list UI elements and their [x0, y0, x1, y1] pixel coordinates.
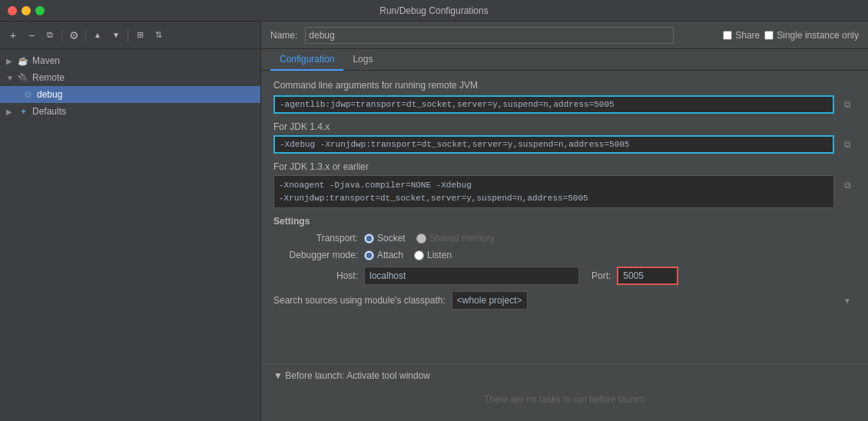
window-title: Run/Debug Configurations [379, 5, 488, 16]
remote-label: Remote [32, 72, 65, 83]
group-button[interactable]: ⊞ [131, 27, 148, 44]
transport-socket-text: Socket [377, 233, 406, 244]
minimize-button[interactable] [22, 6, 31, 15]
remove-config-button[interactable]: − [23, 27, 40, 44]
jdk13-line1: -Xnoagent -Djava.compiler=NONE -Xdebug [279, 179, 829, 192]
copy-icon-3: ⧉ [844, 180, 851, 191]
cmd-args-input[interactable] [273, 95, 834, 114]
up-arrow-icon: ▲ [94, 31, 101, 39]
folder-icon: ⊞ [137, 30, 144, 40]
sort-icon: ⇅ [155, 30, 162, 40]
sidebar-toolbar: + − ⧉ ⚙ ▲ ▼ ⊞ ⇅ [0, 22, 260, 49]
transport-label: Transport: [273, 233, 358, 244]
cmd-args-section-title: Command line arguments for running remot… [273, 80, 856, 91]
debugger-listen-label[interactable]: Listen [414, 250, 452, 260]
add-icon: + [10, 29, 16, 41]
host-input[interactable] [364, 267, 579, 285]
name-input[interactable] [305, 27, 674, 44]
debugger-attach-text: Attach [377, 250, 403, 260]
name-field-label: Name: [270, 30, 297, 41]
share-area: Share Single instance only [723, 30, 859, 41]
separator-2 [85, 29, 86, 41]
copy-config-button[interactable]: ⧉ [41, 27, 58, 44]
select-arrow-icon: ▼ [843, 297, 851, 305]
host-label: Host: [273, 270, 358, 281]
defaults-icon: ✦ [17, 105, 29, 118]
config-tree: ▶ ☕ Maven ▼ 🔌 Remote ⚙ debug ▶ ✦ Default… [0, 49, 260, 421]
window-controls[interactable] [8, 6, 45, 15]
tabs-bar: Configuration Logs [261, 49, 868, 71]
debugger-mode-radio-group: Attach Listen [364, 250, 452, 260]
tree-item-defaults[interactable]: ▶ ✦ Defaults [0, 103, 260, 120]
copy-icon-2: ⧉ [844, 139, 851, 150]
single-instance-checkbox-label[interactable]: Single instance only [764, 30, 859, 41]
before-launch-body: There are no tasks to run before launch [273, 384, 856, 415]
gear-icon: ⚙ [69, 29, 79, 41]
gear-button[interactable]: ⚙ [65, 27, 82, 44]
jdk14-row: ⧉ [273, 135, 856, 154]
transport-radio-group: Socket Shared memory [364, 233, 495, 244]
tab-logs-label: Logs [353, 54, 373, 65]
transport-shared-label[interactable]: Shared memory [416, 233, 495, 244]
close-button[interactable] [8, 6, 17, 15]
jdk13-line2: -Xrunjdwp:transport=dt_socket,server=y,s… [279, 192, 829, 205]
sort-button[interactable]: ⇅ [150, 27, 167, 44]
tree-item-maven[interactable]: ▶ ☕ Maven [0, 52, 260, 69]
jdk13-label: For JDK 1.3.x or earlier [273, 161, 856, 172]
transport-shared-radio[interactable] [416, 234, 426, 244]
classpath-select-wrapper: <whole project> ▼ [452, 291, 856, 310]
share-label: Share [735, 30, 760, 41]
maximize-button[interactable] [35, 6, 45, 15]
move-down-button[interactable]: ▼ [108, 27, 124, 44]
config-content: Command line arguments for running remot… [261, 71, 868, 363]
expand-arrow-maven: ▶ [6, 57, 17, 65]
jdk13-input[interactable]: -Xnoagent -Djava.compiler=NONE -Xdebug -… [273, 175, 834, 208]
jdk14-input[interactable] [273, 135, 834, 154]
debugger-listen-text: Listen [427, 250, 452, 260]
settings-title: Settings [273, 216, 856, 227]
copy-cmd-args-button[interactable]: ⧉ [839, 96, 856, 113]
content-area: Name: Share Single instance only Configu… [261, 22, 868, 421]
defaults-label: Defaults [32, 106, 66, 117]
maven-icon: ☕ [17, 55, 29, 67]
copy-jdk13-button[interactable]: ⧉ [839, 177, 856, 194]
minus-icon: − [28, 29, 35, 41]
debug-icon: ⚙ [22, 88, 34, 101]
classpath-select[interactable]: <whole project> [452, 291, 528, 310]
cmd-args-row: ⧉ [273, 95, 856, 114]
jdk14-section: For JDK 1.4.x ⧉ [273, 121, 856, 154]
transport-socket-label[interactable]: Socket [364, 233, 406, 244]
copy-jdk14-button[interactable]: ⧉ [839, 136, 856, 153]
debugger-listen-radio[interactable] [414, 250, 424, 260]
share-checkbox-label[interactable]: Share [723, 30, 760, 41]
tab-configuration-label: Configuration [280, 54, 334, 65]
separator-3 [128, 29, 128, 41]
debugger-attach-radio[interactable] [364, 250, 374, 260]
tree-item-debug[interactable]: ⚙ debug [0, 86, 260, 103]
content-header: Name: Share Single instance only [261, 22, 868, 49]
before-launch-title: ▼ Before launch: Activate tool window [273, 370, 430, 381]
move-up-button[interactable]: ▲ [89, 27, 106, 44]
jdk14-label: For JDK 1.4.x [273, 121, 856, 132]
add-config-button[interactable]: + [5, 27, 22, 44]
tab-configuration[interactable]: Configuration [270, 49, 343, 71]
tab-logs[interactable]: Logs [343, 49, 382, 71]
port-input[interactable] [617, 267, 678, 285]
single-instance-checkbox[interactable] [764, 31, 774, 40]
jdk13-section: For JDK 1.3.x or earlier -Xnoagent -Djav… [273, 161, 856, 208]
port-label: Port: [591, 270, 611, 281]
debugger-mode-row: Debugger mode: Attach Listen [273, 250, 856, 260]
sidebar: + − ⧉ ⚙ ▲ ▼ ⊞ ⇅ [0, 22, 261, 421]
remote-icon: 🔌 [17, 71, 29, 84]
before-launch-header: ▼ Before launch: Activate tool window [273, 370, 856, 381]
debugger-attach-label[interactable]: Attach [364, 250, 403, 260]
before-launch-section: ▼ Before launch: Activate tool window Th… [261, 363, 868, 421]
tree-item-remote[interactable]: ▼ 🔌 Remote [0, 69, 260, 86]
copy-icon: ⧉ [47, 30, 53, 40]
classpath-label: Search sources using module's classpath: [273, 295, 446, 306]
share-checkbox[interactable] [723, 31, 732, 40]
transport-row: Transport: Socket Shared memory [273, 233, 856, 244]
jdk13-row: -Xnoagent -Djava.compiler=NONE -Xdebug -… [273, 175, 856, 208]
transport-socket-radio[interactable] [364, 234, 374, 244]
copy-icon-1: ⧉ [844, 99, 851, 110]
